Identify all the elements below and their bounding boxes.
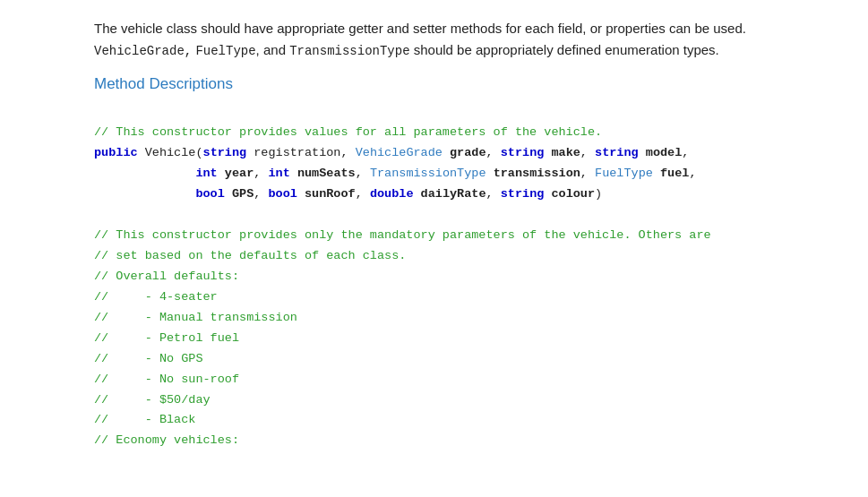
keyword-int1: int (195, 167, 217, 180)
code-line-3: int year, int numSeats, TransmissionType… (94, 167, 696, 180)
intro-paragraph: The vehicle class should have appropriat… (94, 18, 774, 61)
code-line-2: public Vehicle(string registration, Vehi… (94, 146, 689, 159)
keyword-bool1: bool (195, 187, 224, 201)
keyword-int2: int (268, 167, 289, 180)
param-sunroof: sunRoof, (297, 187, 370, 201)
code-block: // This constructor provides values for … (94, 102, 774, 451)
type-fueltype: FuelType (595, 167, 653, 180)
param-model: model, (639, 146, 690, 159)
comment-line-mandatory-1: // This constructor provides only the ma… (94, 228, 711, 242)
comment-line-mandatory-2: // set based on the defaults of each cla… (94, 249, 406, 262)
code-line-4: bool GPS, bool sunRoof, double dailyRate… (94, 187, 602, 201)
param-fuel: fuel, (653, 167, 697, 180)
keyword-string3: string (595, 146, 639, 159)
section-heading-method-descriptions: Method Descriptions (94, 75, 774, 93)
keyword-string1: string (203, 146, 247, 159)
keyword-public: public (94, 146, 138, 159)
type-transmissiontype: TransmissionType (370, 167, 486, 180)
inline-code-transmissiontype: TransmissionType (289, 44, 409, 58)
comment-line-manual: // - Manual transmission (94, 311, 297, 324)
comment-line-4seater: // - 4-seater (94, 290, 218, 304)
comment-line-defaults-heading: // Overall defaults: (94, 270, 239, 283)
comment-line-black: // - Black (94, 413, 195, 426)
code-params-start: ( (195, 146, 202, 159)
comment-line-nogps: // - No GPS (94, 352, 203, 365)
param-make: make, (544, 146, 595, 159)
param-year: year, (218, 167, 269, 180)
keyword-string2: string (501, 146, 545, 159)
param-numseats: numSeats, (290, 167, 370, 180)
comment-line-1: // This constructor provides values for … (94, 125, 602, 139)
comment-line-economy: // Economy vehicles: (94, 433, 239, 447)
param-colour: colour) (544, 187, 602, 201)
comment-line-nosunroof: // - No sun-roof (94, 373, 239, 386)
param-registration: registration, (246, 146, 356, 159)
class-vehicle: Vehicle (145, 146, 196, 159)
param-gps: GPS, (225, 187, 269, 201)
keyword-bool2: bool (268, 187, 296, 201)
comment-line-petrol: // - Petrol fuel (94, 331, 239, 345)
param-transmission: transmission, (486, 167, 596, 180)
param-dailyrate: dailyRate, (414, 187, 501, 201)
inline-code-vehiclegrade: VehicleGrade, (94, 44, 192, 58)
param-grade: grade, (443, 146, 501, 159)
inline-code-fueltype: FuelType (195, 44, 255, 58)
type-vehiclegrade: VehicleGrade (356, 146, 443, 159)
keyword-string4: string (501, 187, 545, 201)
comment-line-price: // - $50/day (94, 393, 211, 407)
keyword-double: double (370, 187, 414, 201)
